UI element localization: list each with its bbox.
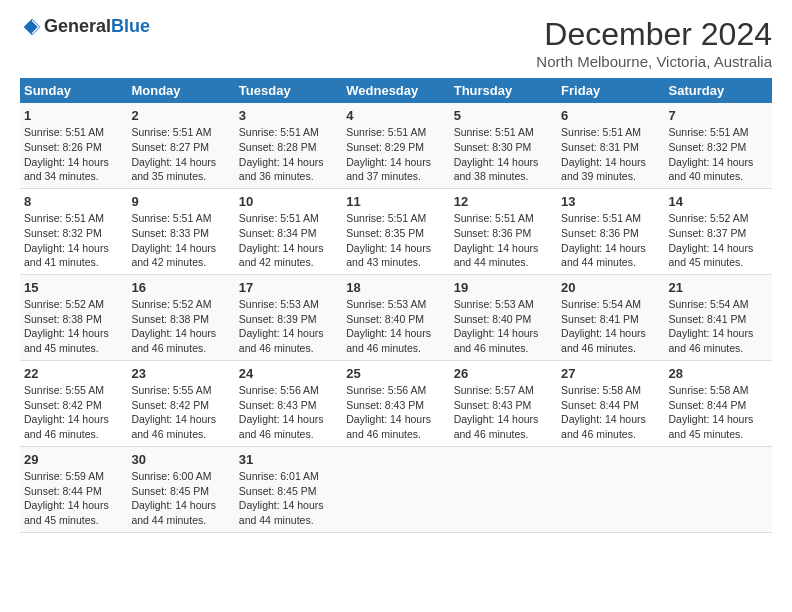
day-number: 21 [669, 279, 768, 297]
day-detail: Daylight: 14 hours [669, 155, 768, 170]
day-detail: Sunrise: 5:53 AM [346, 297, 445, 312]
day-detail: Sunset: 8:42 PM [131, 398, 230, 413]
day-detail: Sunrise: 5:55 AM [24, 383, 123, 398]
day-detail: Daylight: 14 hours [239, 412, 338, 427]
day-detail: Sunset: 8:41 PM [669, 312, 768, 327]
day-detail: Daylight: 14 hours [131, 412, 230, 427]
day-number: 18 [346, 279, 445, 297]
day-detail: and 46 minutes. [561, 341, 660, 356]
day-detail: Sunset: 8:44 PM [561, 398, 660, 413]
day-number: 10 [239, 193, 338, 211]
day-number: 22 [24, 365, 123, 383]
calendar-cell: 6Sunrise: 5:51 AMSunset: 8:31 PMDaylight… [557, 103, 664, 188]
day-detail: Sunrise: 6:01 AM [239, 469, 338, 484]
day-number: 9 [131, 193, 230, 211]
day-detail: Sunrise: 5:59 AM [24, 469, 123, 484]
day-detail: Daylight: 14 hours [454, 155, 553, 170]
day-detail: Sunset: 8:32 PM [669, 140, 768, 155]
day-detail: Sunset: 8:26 PM [24, 140, 123, 155]
calendar-cell: 20Sunrise: 5:54 AMSunset: 8:41 PMDayligh… [557, 274, 664, 360]
day-number: 16 [131, 279, 230, 297]
calendar-cell: 29Sunrise: 5:59 AMSunset: 8:44 PMDayligh… [20, 446, 127, 532]
weekday-header-row: SundayMondayTuesdayWednesdayThursdayFrid… [20, 78, 772, 103]
day-detail: Sunrise: 5:52 AM [669, 211, 768, 226]
day-number: 1 [24, 107, 123, 125]
day-detail: Sunrise: 5:55 AM [131, 383, 230, 398]
weekday-header-monday: Monday [127, 78, 234, 103]
day-number: 14 [669, 193, 768, 211]
day-detail: Sunrise: 5:51 AM [669, 125, 768, 140]
day-detail: Daylight: 14 hours [561, 412, 660, 427]
weekday-header-tuesday: Tuesday [235, 78, 342, 103]
day-detail: Sunset: 8:32 PM [24, 226, 123, 241]
day-detail: and 45 minutes. [24, 341, 123, 356]
day-detail: Daylight: 14 hours [669, 412, 768, 427]
day-detail: and 46 minutes. [346, 427, 445, 442]
month-title: December 2024 [536, 16, 772, 53]
day-detail: Sunrise: 5:51 AM [131, 211, 230, 226]
calendar-cell: 13Sunrise: 5:51 AMSunset: 8:36 PMDayligh… [557, 188, 664, 274]
day-number: 27 [561, 365, 660, 383]
day-detail: Sunset: 8:38 PM [24, 312, 123, 327]
calendar-cell: 7Sunrise: 5:51 AMSunset: 8:32 PMDaylight… [665, 103, 772, 188]
weekday-header-wednesday: Wednesday [342, 78, 449, 103]
calendar-cell: 3Sunrise: 5:51 AMSunset: 8:28 PMDaylight… [235, 103, 342, 188]
day-detail: Sunrise: 5:56 AM [346, 383, 445, 398]
week-row-3: 15Sunrise: 5:52 AMSunset: 8:38 PMDayligh… [20, 274, 772, 360]
day-detail: Daylight: 14 hours [346, 326, 445, 341]
day-detail: Sunrise: 5:53 AM [239, 297, 338, 312]
day-detail: Sunset: 8:35 PM [346, 226, 445, 241]
logo-text-blue: Blue [111, 16, 150, 36]
day-number: 13 [561, 193, 660, 211]
day-detail: Daylight: 14 hours [131, 241, 230, 256]
day-detail: Sunrise: 5:51 AM [454, 211, 553, 226]
calendar-cell: 16Sunrise: 5:52 AMSunset: 8:38 PMDayligh… [127, 274, 234, 360]
day-number: 24 [239, 365, 338, 383]
day-detail: Sunrise: 5:56 AM [239, 383, 338, 398]
day-number: 5 [454, 107, 553, 125]
week-row-4: 22Sunrise: 5:55 AMSunset: 8:42 PMDayligh… [20, 360, 772, 446]
day-detail: Sunset: 8:33 PM [131, 226, 230, 241]
day-detail: Daylight: 14 hours [561, 326, 660, 341]
day-detail: Sunset: 8:38 PM [131, 312, 230, 327]
day-detail: Daylight: 14 hours [239, 326, 338, 341]
calendar-cell: 11Sunrise: 5:51 AMSunset: 8:35 PMDayligh… [342, 188, 449, 274]
day-number: 19 [454, 279, 553, 297]
day-detail: and 46 minutes. [454, 341, 553, 356]
calendar-cell: 23Sunrise: 5:55 AMSunset: 8:42 PMDayligh… [127, 360, 234, 446]
day-detail: Sunset: 8:36 PM [561, 226, 660, 241]
calendar-cell: 9Sunrise: 5:51 AMSunset: 8:33 PMDaylight… [127, 188, 234, 274]
day-number: 20 [561, 279, 660, 297]
day-detail: Sunrise: 5:54 AM [669, 297, 768, 312]
day-detail: and 46 minutes. [346, 341, 445, 356]
day-detail: Sunset: 8:45 PM [131, 484, 230, 499]
day-number: 3 [239, 107, 338, 125]
calendar-cell [557, 446, 664, 532]
day-detail: Sunrise: 5:51 AM [561, 211, 660, 226]
day-number: 23 [131, 365, 230, 383]
day-detail: Sunrise: 5:51 AM [561, 125, 660, 140]
day-detail: Sunrise: 5:53 AM [454, 297, 553, 312]
calendar-cell: 22Sunrise: 5:55 AMSunset: 8:42 PMDayligh… [20, 360, 127, 446]
day-detail: and 46 minutes. [131, 341, 230, 356]
calendar-cell: 2Sunrise: 5:51 AMSunset: 8:27 PMDaylight… [127, 103, 234, 188]
calendar-cell: 27Sunrise: 5:58 AMSunset: 8:44 PMDayligh… [557, 360, 664, 446]
day-detail: and 43 minutes. [346, 255, 445, 270]
day-detail: and 42 minutes. [239, 255, 338, 270]
day-detail: Sunset: 8:27 PM [131, 140, 230, 155]
calendar-cell: 12Sunrise: 5:51 AMSunset: 8:36 PMDayligh… [450, 188, 557, 274]
day-detail: Sunset: 8:30 PM [454, 140, 553, 155]
day-detail: Sunrise: 5:51 AM [346, 125, 445, 140]
day-number: 25 [346, 365, 445, 383]
day-number: 17 [239, 279, 338, 297]
day-detail: Sunset: 8:28 PM [239, 140, 338, 155]
day-detail: and 45 minutes. [669, 427, 768, 442]
location-title: North Melbourne, Victoria, Australia [536, 53, 772, 70]
calendar-cell: 14Sunrise: 5:52 AMSunset: 8:37 PMDayligh… [665, 188, 772, 274]
calendar-table: SundayMondayTuesdayWednesdayThursdayFrid… [20, 78, 772, 533]
header-area: GeneralBlue December 2024 North Melbourn… [20, 16, 772, 70]
day-number: 2 [131, 107, 230, 125]
day-detail: Daylight: 14 hours [346, 412, 445, 427]
weekday-header-sunday: Sunday [20, 78, 127, 103]
day-detail: Daylight: 14 hours [561, 155, 660, 170]
